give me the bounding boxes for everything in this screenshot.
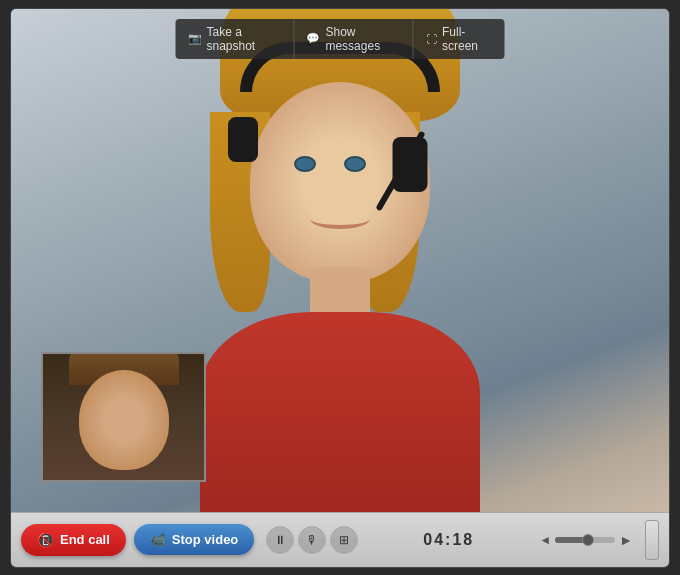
volume-low-icon: ◄ [539,533,551,547]
volume-high-icon: ► [619,532,633,548]
messages-label: Show messages [325,25,401,53]
end-call-label: End call [60,532,110,547]
video-area: 📷 Take a snapshot 💬 Show messages ⛶ Full… [11,9,669,512]
stop-video-label: Stop video [172,532,238,547]
top-toolbar: 📷 Take a snapshot 💬 Show messages ⛶ Full… [176,19,505,59]
volume-control: ◄ ► [539,532,633,548]
snapshot-label: Take a snapshot [207,25,282,53]
camera-icon: 📷 [188,32,202,45]
headphone-left [228,117,258,162]
volume-slider[interactable] [555,537,615,543]
main-person-eye-left [294,156,316,172]
phone-end-icon: 📵 [37,532,54,548]
volume-knob [582,534,594,546]
fullscreen-label: Full-screen [442,25,493,53]
fullscreen-icon: ⛶ [426,33,437,45]
scroll-handle[interactable] [645,520,659,560]
fullscreen-button[interactable]: ⛶ Full-screen [414,19,505,59]
main-person-eye-right [344,156,366,172]
call-timer: 04:18 [366,531,531,549]
grid-button[interactable]: ⊞ [330,526,358,554]
video-camera-icon: 📹 [150,532,166,547]
mute-button[interactable]: 🎙 [298,526,326,554]
snapshot-button[interactable]: 📷 Take a snapshot [176,19,295,59]
end-call-button[interactable]: 📵 End call [21,524,126,556]
main-person-body [200,312,480,512]
headphone-right [393,137,428,192]
main-person-smile [310,209,370,229]
control-icons-group: ⏸ 🎙 ⊞ [266,526,358,554]
pip-video [41,352,206,482]
bottom-control-bar: 📵 End call 📹 Stop video ⏸ 🎙 ⊞ 04:18 ◄ ► [11,512,669,567]
show-messages-button[interactable]: 💬 Show messages [294,19,414,59]
pip-person-face [79,370,169,470]
main-container: 📷 Take a snapshot 💬 Show messages ⛶ Full… [10,8,670,568]
stop-video-button[interactable]: 📹 Stop video [134,524,254,555]
pause-button[interactable]: ⏸ [266,526,294,554]
message-icon: 💬 [306,32,320,45]
